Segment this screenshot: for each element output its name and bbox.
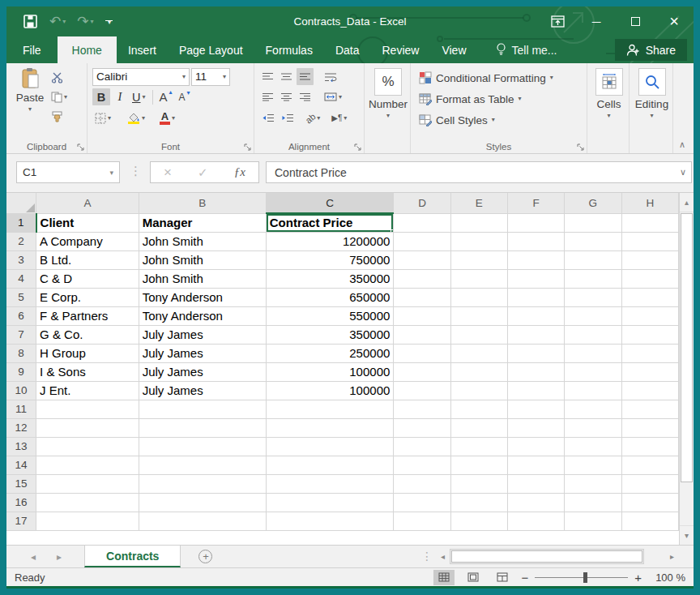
cell-D13[interactable] <box>394 437 450 456</box>
insert-function-icon[interactable]: ƒx <box>234 165 245 179</box>
cell-E17[interactable] <box>450 512 507 530</box>
tab-formulas[interactable]: Formulas <box>254 36 324 63</box>
cell-G3[interactable] <box>565 250 621 269</box>
cell-F10[interactable] <box>507 381 564 400</box>
cell-D5[interactable] <box>394 288 450 306</box>
cell-A12[interactable] <box>36 418 139 437</box>
cell-A17[interactable] <box>36 512 139 530</box>
row-header-3[interactable]: 3 <box>6 250 36 269</box>
cell-E11[interactable] <box>450 400 507 418</box>
cell-E10[interactable] <box>450 381 507 400</box>
sheet-tab-contracts[interactable]: Contracts <box>84 546 181 567</box>
fill-color-button[interactable]: ▾ <box>125 109 147 126</box>
zoom-slider[interactable] <box>535 577 628 578</box>
cell-E4[interactable] <box>450 269 507 288</box>
cell-E13[interactable] <box>450 437 507 456</box>
clipboard-dialog-launcher-icon[interactable] <box>77 143 84 151</box>
cell-D12[interactable] <box>394 418 450 437</box>
cell-B2[interactable]: John Smith <box>139 232 266 250</box>
underline-button[interactable]: U▾ <box>130 88 148 105</box>
share-button[interactable]: Share <box>615 39 687 61</box>
cell-A9[interactable]: I & Sons <box>36 362 139 381</box>
cell-C6[interactable]: 550000 <box>266 306 394 325</box>
undo-icon[interactable]: ↶▾ <box>49 15 66 28</box>
top-align-button[interactable] <box>259 68 276 85</box>
cell-F3[interactable] <box>507 250 564 269</box>
zoom-out-icon[interactable]: − <box>521 571 528 584</box>
cell-C7[interactable]: 350000 <box>266 325 394 344</box>
cell-A8[interactable]: H Group <box>36 344 139 362</box>
cell-B5[interactable]: Tony Anderson <box>139 288 266 306</box>
font-color-button[interactable]: A ▾ <box>157 109 177 126</box>
row-header-10[interactable]: 10 <box>6 381 36 400</box>
cell-G11[interactable] <box>565 400 621 418</box>
font-size-select[interactable]: 11 ▾ <box>191 68 230 86</box>
cell-A13[interactable] <box>36 437 139 456</box>
customize-qat-icon[interactable]: ▾ <box>105 20 113 24</box>
row-header-12[interactable]: 12 <box>6 418 36 437</box>
cell-styles-button[interactable]: Cell Styles ▾ <box>416 109 583 131</box>
cell-B9[interactable]: July James <box>139 362 266 381</box>
cell-H14[interactable] <box>621 456 678 474</box>
cell-H8[interactable] <box>621 344 678 362</box>
zoom-level[interactable]: 100 % <box>650 571 685 584</box>
cell-F17[interactable] <box>507 512 564 530</box>
cell-E12[interactable] <box>450 418 507 437</box>
cell-G5[interactable] <box>565 288 621 306</box>
align-center-button[interactable] <box>278 88 295 105</box>
cell-C13[interactable] <box>266 437 394 456</box>
cell-D10[interactable] <box>394 381 450 400</box>
cell-B10[interactable]: July James <box>139 381 266 400</box>
formula-input[interactable]: Contract Price ∨ <box>266 161 692 183</box>
cell-A3[interactable]: B Ltd. <box>36 250 139 269</box>
tab-review[interactable]: Review <box>371 36 431 63</box>
cells-button[interactable]: Cells ▾ <box>592 67 625 119</box>
alignment-dialog-launcher-icon[interactable] <box>354 143 361 151</box>
formula-bar-resize-handle[interactable]: ⋮ <box>130 164 142 178</box>
cell-D8[interactable] <box>394 344 450 362</box>
tab-data[interactable]: Data <box>324 36 371 63</box>
italic-button[interactable]: I <box>112 88 128 105</box>
column-header-G[interactable]: G <box>565 193 621 213</box>
row-header-16[interactable]: 16 <box>6 493 36 512</box>
editing-button[interactable]: Editing ▾ <box>634 67 669 119</box>
column-header-C[interactable]: C <box>266 193 394 213</box>
cell-C9[interactable]: 100000 <box>266 362 394 381</box>
fill-handle[interactable] <box>391 229 394 233</box>
cell-A5[interactable]: E Corp. <box>36 288 139 306</box>
cell-D15[interactable] <box>394 474 450 493</box>
cell-C8[interactable]: 250000 <box>266 344 394 362</box>
cell-F6[interactable] <box>507 306 564 325</box>
cell-H7[interactable] <box>621 325 678 344</box>
cell-A4[interactable]: C & D <box>36 269 139 288</box>
cell-F7[interactable] <box>507 325 564 344</box>
cell-D16[interactable] <box>394 493 450 512</box>
bold-button[interactable]: B <box>92 88 110 105</box>
select-all-button[interactable] <box>6 193 36 213</box>
cell-A6[interactable]: F & Partners <box>36 306 139 325</box>
tab-view[interactable]: View <box>430 36 477 63</box>
cell-E2[interactable] <box>450 232 507 250</box>
cell-F15[interactable] <box>507 474 564 493</box>
row-header-14[interactable]: 14 <box>6 456 36 474</box>
cell-C12[interactable] <box>266 418 394 437</box>
cell-D14[interactable] <box>394 456 450 474</box>
row-header-15[interactable]: 15 <box>6 474 36 493</box>
column-header-H[interactable]: H <box>621 193 678 213</box>
cell-H4[interactable] <box>621 269 678 288</box>
cell-E5[interactable] <box>450 288 507 306</box>
vertical-scrollbar-thumb[interactable] <box>681 213 693 482</box>
tab-insert[interactable]: Insert <box>117 36 168 63</box>
wrap-text-button[interactable] <box>322 68 339 85</box>
cell-F13[interactable] <box>507 437 564 456</box>
cell-E1[interactable] <box>450 213 507 232</box>
cell-F4[interactable] <box>507 269 564 288</box>
cell-E7[interactable] <box>450 325 507 344</box>
cell-B14[interactable] <box>139 456 266 474</box>
cell-A7[interactable]: G & Co. <box>36 325 139 344</box>
scroll-right-icon[interactable]: ▸ <box>665 548 679 565</box>
cell-G14[interactable] <box>565 456 621 474</box>
cell-A14[interactable] <box>36 456 139 474</box>
page-layout-view-button[interactable] <box>463 570 484 585</box>
cell-B13[interactable] <box>139 437 266 456</box>
